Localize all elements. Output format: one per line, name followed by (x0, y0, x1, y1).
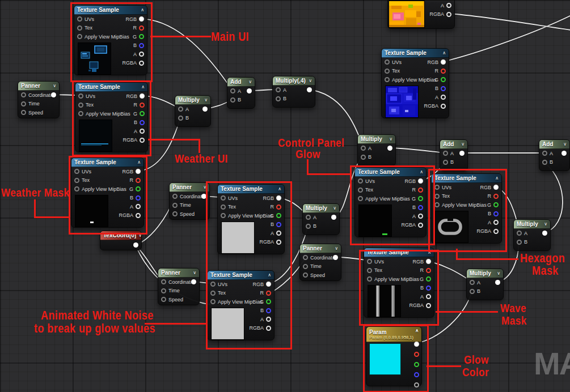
speed-input-pin[interactable] (172, 211, 178, 216)
r-output-pin[interactable] (276, 204, 281, 210)
a-output-pin[interactable] (418, 214, 423, 219)
output-pin[interactable] (542, 231, 547, 236)
chevron-down-icon[interactable]: ∨ (335, 246, 338, 251)
node-texture-sample-screens[interactable]: Texture Sample∧UVsTexApply View MipBiasR… (381, 48, 449, 118)
rgba-output-pin[interactable] (446, 12, 451, 17)
a-output-pin[interactable] (426, 294, 431, 299)
chevron-down-icon[interactable]: ∨ (461, 142, 465, 147)
node-texture-sample-hexagon-mask[interactable]: Texture Sample∧UVsTexApply View MipBiasR… (431, 173, 502, 244)
b-input-pin[interactable] (517, 240, 522, 245)
chevron-up-icon[interactable]: ∧ (137, 160, 141, 165)
uvs-input-pin[interactable] (385, 59, 390, 65)
b-output-pin[interactable] (139, 43, 144, 48)
node-add-1[interactable]: Add∨AB (227, 77, 255, 109)
node-header[interactable]: Multiply∨ (175, 96, 210, 105)
rgb-output-pin[interactable] (139, 16, 144, 22)
output-pin[interactable] (331, 215, 336, 220)
output-pin[interactable] (307, 87, 312, 92)
chevron-down-icon[interactable]: ∨ (204, 97, 208, 103)
speed-input-pin[interactable] (303, 272, 308, 278)
uvs-input-pin[interactable] (77, 16, 82, 22)
node-multiply-2[interactable]: Multiply∨AB (357, 134, 396, 166)
b-output-pin[interactable] (441, 86, 446, 91)
uvs-input-pin[interactable] (74, 169, 79, 174)
b-output-pin[interactable] (136, 195, 141, 201)
apply-view-mipbias-input-pin[interactable] (74, 186, 79, 191)
node-add-3[interactable]: Add∨AB (539, 139, 570, 171)
coordinate-input-pin[interactable] (172, 194, 178, 199)
b-input-pin[interactable] (361, 155, 366, 160)
node-add-2[interactable]: Add∨AB (440, 139, 468, 171)
uvs-input-pin[interactable] (221, 195, 226, 201)
apply-view-mipbias-input-pin[interactable] (221, 213, 226, 218)
node-header[interactable]: Texture Sample∧ (355, 168, 426, 177)
apply-view-mipbias-input-pin[interactable] (210, 299, 216, 304)
output-pin[interactable] (459, 151, 465, 156)
chevron-up-icon[interactable]: ∧ (442, 50, 446, 56)
rgb-output-pin[interactable] (493, 185, 499, 190)
rgb-output-pin[interactable] (418, 178, 423, 184)
coordinate-input-pin[interactable] (21, 92, 26, 97)
node-panner-1[interactable]: Panner∨CoordinateTimeSpeed (18, 81, 60, 118)
node-header[interactable]: Panner∨ (170, 183, 209, 192)
node-header[interactable]: Texture Sample∧ (364, 248, 434, 257)
chevron-up-icon[interactable]: ∧ (420, 169, 423, 174)
apply-view-mipbias-input-pin[interactable] (77, 34, 82, 39)
time-input-pin[interactable] (172, 203, 178, 208)
chevron-up-icon[interactable]: ∧ (495, 176, 499, 181)
r-output-pin[interactable] (441, 69, 446, 74)
time-input-pin[interactable] (21, 101, 26, 106)
speed-input-pin[interactable] (21, 110, 26, 115)
node-param-glow-color[interactable]: ParamParam (0,0.89,0.958,1)∧ (366, 326, 422, 386)
chevron-up-icon[interactable]: ∧ (428, 250, 431, 255)
g-output-pin[interactable] (136, 186, 141, 191)
node-header[interactable]: Panner∨ (158, 269, 199, 278)
tex-input-pin[interactable] (367, 268, 372, 273)
r-output-pin[interactable] (418, 188, 423, 193)
a-output-pin[interactable] (446, 3, 451, 8)
chevron-up-icon[interactable]: ∧ (268, 272, 271, 278)
param-output-pin-0[interactable] (414, 342, 419, 347)
node-texture-sample-control-panel-glow[interactable]: Texture Sample∧UVsTexApply View MipBiasR… (354, 167, 427, 237)
apply-view-mipbias-input-pin[interactable] (367, 276, 372, 282)
time-input-pin[interactable] (161, 288, 166, 293)
a-input-pin[interactable] (230, 88, 235, 93)
rgba-output-pin[interactable] (139, 61, 144, 66)
b-output-pin[interactable] (418, 205, 423, 210)
node-header[interactable]: Multiply∨ (303, 204, 339, 213)
node-header[interactable]: Texture Sample∧ (382, 49, 449, 58)
chevron-down-icon[interactable]: ∨ (497, 271, 500, 276)
rgba-output-pin[interactable] (493, 229, 499, 234)
apply-view-mipbias-input-pin[interactable] (385, 77, 390, 82)
node-multiply-3[interactable]: Multiply∨AB (302, 203, 340, 235)
uvs-input-pin[interactable] (434, 185, 440, 190)
a-input-pin[interactable] (361, 146, 366, 151)
node-texture-sample-wave-mask[interactable]: Texture Sample∧UVsTexApply View MipBiasR… (364, 248, 434, 318)
output-pin[interactable] (202, 106, 208, 112)
g-output-pin[interactable] (139, 34, 144, 39)
output-pin[interactable] (333, 255, 338, 260)
b-input-pin[interactable] (276, 96, 281, 101)
rgba-output-pin[interactable] (418, 223, 423, 228)
node-header[interactable]: Texture Sample∧ (75, 83, 147, 92)
node-texture-sample-noise-2[interactable]: Texture Sample∧UVsTexApply View MipBiasR… (207, 270, 275, 340)
output-pin[interactable] (247, 88, 252, 93)
node-header[interactable]: Add∨ (440, 140, 467, 149)
uvs-input-pin[interactable] (367, 259, 372, 264)
tex-input-pin[interactable] (385, 69, 390, 74)
tex-input-pin[interactable] (434, 194, 440, 199)
chevron-down-icon[interactable]: ∨ (563, 142, 567, 147)
tex-input-pin[interactable] (78, 103, 83, 108)
chevron-up-icon[interactable]: ∧ (141, 84, 145, 90)
a-output-pin[interactable] (441, 95, 446, 100)
node-header[interactable]: Multiply(,4)∨ (273, 76, 315, 86)
chevron-down-icon[interactable]: ∨ (138, 233, 141, 238)
rgb-output-pin[interactable] (136, 169, 141, 174)
rgba-output-pin[interactable] (140, 138, 145, 143)
output-pin[interactable] (51, 92, 56, 97)
b-input-pin[interactable] (230, 97, 235, 103)
g-output-pin[interactable] (140, 111, 145, 116)
rgba-output-pin[interactable] (136, 213, 141, 218)
b-output-pin[interactable] (266, 308, 271, 313)
node-header[interactable]: Add∨ (539, 140, 569, 149)
